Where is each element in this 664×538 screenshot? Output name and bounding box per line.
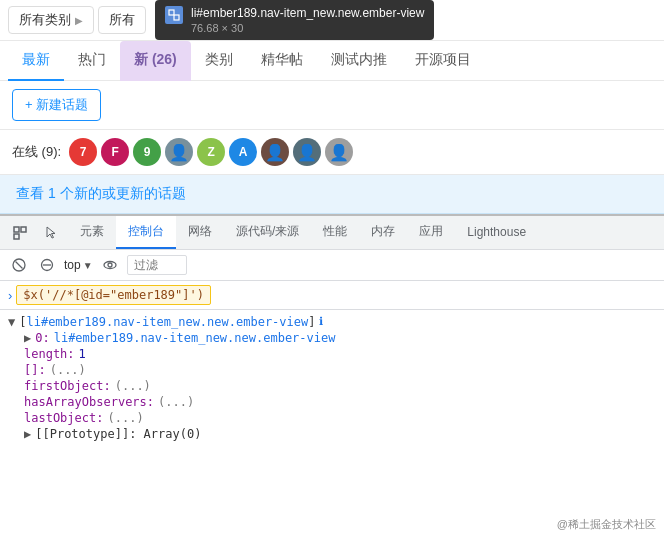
- output-array-header: ▼ [li#ember189.nav-item_new.new.ember-vi…: [0, 314, 664, 330]
- tab-network[interactable]: 网络: [176, 216, 224, 249]
- output-key-length: length:: [24, 347, 75, 361]
- tab-lighthouse[interactable]: Lighthouse: [455, 218, 538, 248]
- tab-console[interactable]: 控制台: [116, 216, 176, 249]
- new-topic-label: + 新建话题: [25, 96, 88, 114]
- element-icon: [165, 6, 183, 24]
- avatar[interactable]: F: [101, 138, 129, 166]
- cursor-icon[interactable]: [36, 219, 68, 247]
- all-categories-label: 所有类别: [19, 11, 71, 29]
- tab-latest[interactable]: 最新: [8, 41, 64, 81]
- svg-rect-4: [14, 234, 19, 239]
- tab-new[interactable]: 新 (26): [120, 41, 191, 81]
- output-row-0: ▶ 0: li#ember189.nav-item_new.new.ember-…: [0, 330, 664, 346]
- output-val-lastobject: (...): [107, 411, 143, 425]
- output-val-brackets: (...): [50, 363, 86, 377]
- array-element-link[interactable]: li#ember189.nav-item_new.new.ember-view: [26, 315, 308, 329]
- console-output: ▼ [li#ember189.nav-item_new.new.ember-vi…: [0, 310, 664, 446]
- output-row-brackets: []: (...): [0, 362, 664, 378]
- output-key-firstobject: firstObject:: [24, 379, 111, 393]
- svg-point-10: [108, 263, 112, 267]
- element-tooltip: li#ember189.nav-item_new.new.ember-view …: [155, 0, 434, 40]
- new-topic-banner-link[interactable]: 查看 1 个新的或更新的话题: [16, 185, 186, 201]
- svg-rect-0: [169, 10, 174, 15]
- tab-elements[interactable]: 元素: [68, 216, 116, 249]
- tab-application[interactable]: 应用: [407, 216, 455, 249]
- category-bar: 所有类别 ▶ 所有 li#ember189.nav-item_new.new.e…: [0, 0, 664, 41]
- context-dropdown-icon: ▼: [83, 260, 93, 271]
- clear-console-icon[interactable]: [8, 254, 30, 276]
- output-key-prototype: [[Prototype]]: Array(0): [35, 427, 201, 441]
- output-row-hasarrayobservers: hasArrayObservers: (...): [0, 394, 664, 410]
- avatar[interactable]: 👤: [325, 138, 353, 166]
- inspect-icon[interactable]: [4, 219, 36, 247]
- avatar[interactable]: Z: [197, 138, 225, 166]
- output-key-brackets: []:: [24, 363, 46, 377]
- output-row-lastobject: lastObject: (...): [0, 410, 664, 426]
- context-label: top: [64, 258, 81, 272]
- output-val-hasarrayobservers: (...): [158, 395, 194, 409]
- avatar[interactable]: 👤: [261, 138, 289, 166]
- new-topic-button[interactable]: + 新建话题: [12, 89, 101, 121]
- online-label: 在线 (9):: [12, 143, 61, 161]
- avatars-list: 7 F 9 👤 Z A 👤 👤 👤: [69, 138, 353, 166]
- output-row-prototype: ▶ [[Prototype]]: Array(0): [0, 426, 664, 442]
- banner-text: 查看 1 个新的或更新的话题: [16, 185, 186, 201]
- info-icon[interactable]: ℹ: [319, 315, 323, 328]
- avatar[interactable]: 👤: [165, 138, 193, 166]
- svg-line-6: [16, 262, 23, 269]
- tab-hot[interactable]: 热门: [64, 41, 120, 81]
- output-row-length: length: 1: [0, 346, 664, 362]
- tab-category[interactable]: 类别: [191, 41, 247, 81]
- toolbar: + 新建话题: [0, 81, 664, 130]
- output-val-length: 1: [79, 347, 86, 361]
- collapse-array-icon[interactable]: ▼: [8, 315, 15, 329]
- tab-featured[interactable]: 精华帖: [247, 41, 317, 81]
- console-input-code[interactable]: $x('//*[@id="ember189"]'): [16, 285, 211, 305]
- output-key-0: 0:: [35, 331, 49, 345]
- devtools-tabs-bar: 元素 控制台 网络 源代码/来源 性能 内存 应用 Lighthouse: [0, 216, 664, 250]
- watermark: @稀土掘金技术社区: [557, 517, 656, 532]
- avatar[interactable]: 👤: [293, 138, 321, 166]
- svg-rect-1: [174, 15, 179, 20]
- console-input-row: › $x('//*[@id="ember189"]'): [0, 281, 664, 310]
- dropdown-arrow-icon: ▶: [75, 15, 83, 26]
- eye-icon[interactable]: [99, 254, 121, 276]
- expand-prototype-icon[interactable]: ▶: [24, 427, 31, 441]
- svg-rect-3: [21, 227, 26, 232]
- devtools-toolbar: top ▼: [0, 250, 664, 281]
- filter-input[interactable]: [127, 255, 187, 275]
- output-row-firstobject: firstObject: (...): [0, 378, 664, 394]
- nav-tabs: 最新 热门 新 (26) 类别 精华帖 测试内推 开源项目: [0, 41, 664, 81]
- tab-sources[interactable]: 源代码/来源: [224, 216, 311, 249]
- tab-performance[interactable]: 性能: [311, 216, 359, 249]
- tab-opensource[interactable]: 开源项目: [401, 41, 485, 81]
- output-val-firstobject: (...): [115, 379, 151, 393]
- svg-rect-2: [14, 227, 19, 232]
- tooltip-content: li#ember189.nav-item_new.new.ember-view …: [191, 6, 424, 34]
- tab-memory[interactable]: 内存: [359, 216, 407, 249]
- output-key-lastobject: lastObject:: [24, 411, 103, 425]
- all-btn[interactable]: 所有: [98, 6, 146, 34]
- all-label: 所有: [109, 11, 135, 29]
- avatar[interactable]: 7: [69, 138, 97, 166]
- block-icon[interactable]: [36, 254, 58, 276]
- avatar[interactable]: 9: [133, 138, 161, 166]
- tab-internal[interactable]: 测试内推: [317, 41, 401, 81]
- devtools-panel: 元素 控制台 网络 源代码/来源 性能 内存 应用 Lighthouse: [0, 214, 664, 446]
- context-selector[interactable]: top ▼: [64, 258, 93, 272]
- avatar[interactable]: A: [229, 138, 257, 166]
- expand-0-icon[interactable]: ▶: [24, 331, 31, 345]
- tooltip-element-label: li#ember189.nav-item_new.new.ember-view: [191, 6, 424, 20]
- all-categories-btn[interactable]: 所有类别 ▶: [8, 6, 94, 34]
- online-section: 在线 (9): 7 F 9 👤 Z A 👤 👤 👤: [0, 130, 664, 175]
- output-val-0[interactable]: li#ember189.nav-item_new.new.ember-view: [54, 331, 336, 345]
- tooltip-element-size: 76.68 × 30: [191, 22, 424, 34]
- array-header-text: [li#ember189.nav-item_new.new.ember-view…: [19, 315, 315, 329]
- prompt-symbol: ›: [8, 288, 12, 303]
- output-key-hasarrayobservers: hasArrayObservers:: [24, 395, 154, 409]
- new-topic-banner: 查看 1 个新的或更新的话题: [0, 175, 664, 214]
